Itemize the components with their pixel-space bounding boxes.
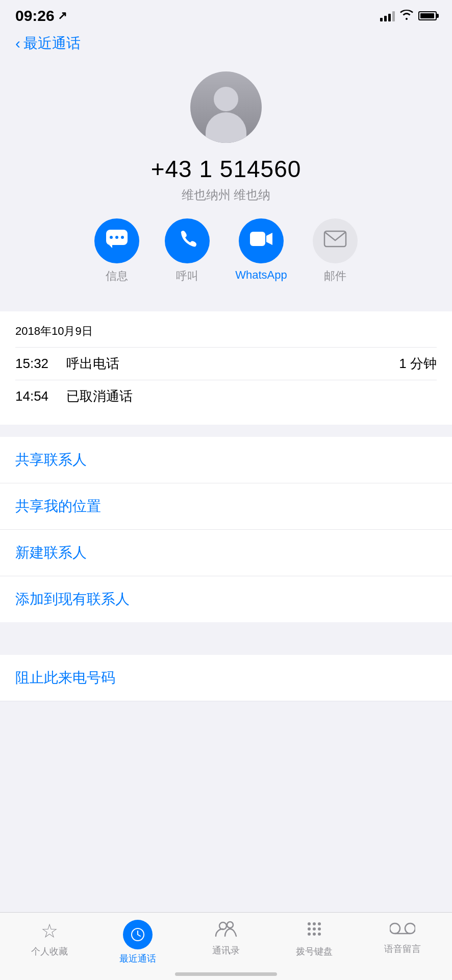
contact-header: +43 1 514560 维也纳州 维也纳 信息 — [0, 61, 452, 299]
tab-favorites[interactable]: ☆ 个人收藏 — [5, 920, 93, 958]
whatsapp-button[interactable]: WhatsApp — [235, 218, 287, 284]
tab-contacts[interactable]: 通讯录 — [182, 920, 270, 957]
contact-phone: +43 1 514560 — [151, 155, 302, 183]
voicemail-label: 语音留言 — [384, 943, 421, 955]
svg-rect-4 — [250, 232, 265, 246]
back-label: 最近通话 — [23, 34, 81, 53]
menu-section: 共享联系人 共享我的位置 新建联系人 添加到现有联系人 — [0, 437, 452, 622]
svg-point-1 — [110, 236, 113, 239]
share-location-button[interactable]: 共享我的位置 — [0, 483, 452, 530]
back-button[interactable]: ‹ 最近通话 — [15, 34, 81, 53]
call-date: 2018年10月9日 — [15, 324, 437, 339]
whatsapp-button-circle — [239, 218, 284, 263]
keypad-label: 拨号键盘 — [296, 945, 333, 958]
spacer — [0, 622, 452, 643]
recents-icon — [123, 920, 153, 949]
call-button[interactable]: 呼叫 — [165, 218, 210, 284]
contacts-label: 通讯录 — [212, 944, 240, 957]
video-icon — [249, 230, 273, 253]
wifi-icon — [400, 10, 413, 22]
favorites-label: 个人收藏 — [31, 945, 68, 958]
status-time: 09:26 ↗ — [15, 7, 67, 24]
mail-button[interactable]: 邮件 — [313, 218, 358, 284]
svg-rect-5 — [324, 231, 346, 247]
call-entry-0: 15:32 呼出电话 1 分钟 — [15, 347, 437, 380]
svg-point-19 — [405, 923, 415, 934]
contact-location: 维也纳州 维也纳 — [182, 187, 271, 203]
tab-keypad[interactable]: 拨号键盘 — [270, 920, 359, 958]
block-section: 阻止此来电号码 — [0, 655, 452, 701]
signal-icon — [380, 10, 395, 21]
call-time-1: 14:54 — [15, 388, 66, 404]
back-chevron-icon: ‹ — [15, 36, 20, 51]
keypad-icon — [305, 920, 323, 942]
mail-icon — [323, 230, 347, 252]
message-button-circle — [94, 218, 139, 263]
call-time-0: 15:32 — [15, 356, 66, 372]
block-number-button[interactable]: 阻止此来电号码 — [0, 655, 452, 701]
svg-point-9 — [308, 922, 311, 925]
mail-label: 邮件 — [324, 268, 346, 284]
battery-icon — [418, 11, 437, 20]
message-label: 信息 — [106, 268, 128, 284]
svg-point-14 — [318, 927, 321, 930]
phone-icon — [177, 229, 197, 254]
new-contact-button[interactable]: 新建联系人 — [0, 530, 452, 576]
tab-bar: ☆ 个人收藏 最近通话 通讯录 — [0, 912, 452, 980]
svg-point-10 — [313, 922, 316, 925]
svg-point-16 — [313, 933, 316, 936]
location-arrow-icon: ↗ — [58, 9, 67, 22]
message-button[interactable]: 信息 — [94, 218, 139, 284]
avatar-silhouette — [200, 87, 252, 143]
voicemail-icon — [390, 920, 415, 940]
call-history: 2018年10月9日 15:32 呼出电话 1 分钟 14:54 已取消通话 — [0, 311, 452, 425]
svg-point-12 — [308, 927, 311, 930]
favorites-icon: ☆ — [41, 920, 58, 942]
call-duration-0: 1 分钟 — [399, 355, 437, 373]
call-label: 呼叫 — [176, 268, 198, 284]
svg-point-13 — [313, 927, 316, 930]
share-contact-button[interactable]: 共享联系人 — [0, 437, 452, 483]
svg-point-2 — [115, 236, 118, 239]
svg-point-15 — [308, 933, 311, 936]
svg-point-17 — [318, 933, 321, 936]
tab-recents[interactable]: 最近通话 — [93, 920, 182, 965]
svg-point-8 — [227, 922, 233, 928]
svg-point-18 — [390, 923, 400, 934]
contacts-icon — [215, 920, 237, 941]
tab-bar-spacer — [0, 701, 452, 783]
add-existing-button[interactable]: 添加到现有联系人 — [0, 576, 452, 622]
status-icons — [380, 10, 437, 22]
svg-point-3 — [121, 236, 124, 239]
call-type-0: 呼出电话 — [66, 355, 399, 373]
tab-voicemail[interactable]: 语音留言 — [359, 920, 447, 955]
whatsapp-label: WhatsApp — [235, 268, 287, 282]
mail-button-circle — [313, 218, 358, 263]
message-icon — [105, 229, 129, 254]
avatar — [190, 71, 262, 143]
nav-bar: ‹ 最近通话 — [0, 30, 452, 61]
home-indicator — [175, 972, 277, 976]
call-button-circle — [165, 218, 210, 263]
status-bar: 09:26 ↗ — [0, 0, 452, 30]
call-entry-1: 14:54 已取消通话 — [15, 380, 437, 412]
recents-label: 最近通话 — [119, 952, 156, 965]
action-buttons: 信息 呼叫 Wha — [15, 218, 437, 284]
svg-point-11 — [318, 922, 321, 925]
call-type-1: 已取消通话 — [66, 387, 437, 405]
